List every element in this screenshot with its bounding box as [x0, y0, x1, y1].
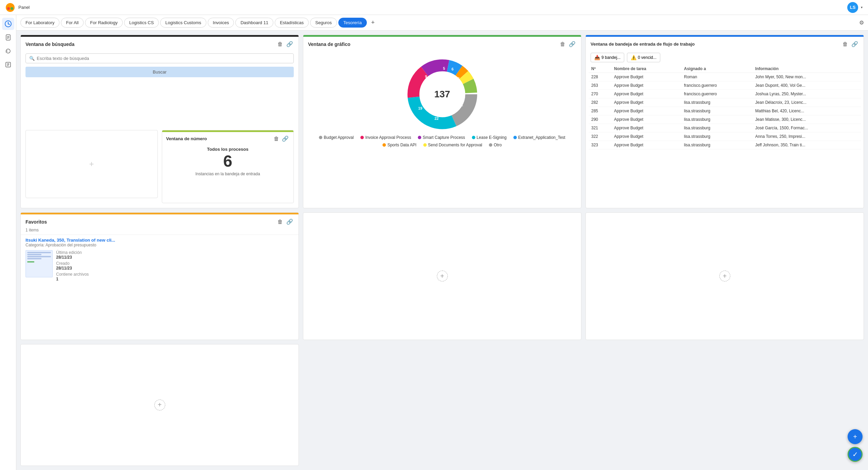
tab-for-laboratory[interactable]: For Laboratory [20, 18, 59, 28]
table-row[interactable]: 228 Approve Budget Roman John Myer, 500,… [589, 73, 861, 81]
table-row[interactable]: 270 Approve Budget francisco.guerrero Jo… [589, 90, 861, 98]
cell-info: Jeff Johnson, 350, Train ti... [752, 141, 861, 149]
number-widget-link-button[interactable]: 🔗 [281, 135, 289, 143]
inbox-filter-expired-label: 0 vencid... [638, 55, 657, 60]
add-widget-4-button[interactable]: + [154, 400, 165, 410]
svg-line-5 [8, 24, 10, 25]
favorites-widget-link-button[interactable]: 🔗 [286, 218, 294, 226]
inbox-filter-expired-button[interactable]: ⚠️ 0 vencid... [627, 53, 660, 62]
legend-label-smart: Smart Capture Process [423, 135, 465, 140]
fav-last-edit: Última edición 28/11/23 [56, 250, 89, 260]
legend-item-invoice: Invoice Approval Process [360, 135, 411, 140]
legend-item-otro: Otro [489, 143, 501, 147]
cell-num: 285 [589, 107, 611, 115]
legend-item-extranet: Extranet_Application_Test [513, 135, 565, 140]
col-info: Información [752, 65, 861, 73]
search-widget-link-button[interactable]: 🔗 [286, 40, 294, 48]
inbox-table-container: Nº Nombre de tarea Asignado a Informació… [586, 65, 864, 152]
inbox-filter-inbox-label: 9 bandej... [601, 55, 620, 60]
table-row[interactable]: 282 Approve Budget lisa.strassburg Jean … [589, 98, 861, 107]
legend-label-sports: Sports Data API [387, 143, 416, 147]
table-row[interactable]: 322 Approve Budget lisa.strassburg Anna … [589, 132, 861, 141]
fab-container: + ✓ [848, 429, 863, 462]
graph-widget-delete-button[interactable]: 🗑 [559, 40, 566, 48]
favorites-widget-title: Favoritos [25, 219, 47, 225]
legend-label-otro: Otro [494, 143, 501, 147]
cell-task: Approve Budget [611, 124, 681, 132]
tab-invoices[interactable]: Invoices [208, 18, 234, 28]
cell-task: Approve Budget [611, 81, 681, 90]
search-widget-delete-button[interactable]: 🗑 [277, 40, 284, 48]
search-button[interactable]: Buscar [25, 67, 294, 77]
sidebar-item-tasks[interactable] [2, 59, 14, 71]
tab-tesoreria[interactable]: Tesorería [338, 18, 367, 28]
search-input[interactable] [37, 56, 290, 61]
chevron-down-icon[interactable]: ▾ [861, 5, 863, 9]
inbox-icon: 📥 [594, 55, 600, 60]
settings-icon[interactable]: ⚙ [859, 19, 864, 26]
legend-label-send-docs: Send Documents for Approval [428, 143, 482, 147]
cell-info: John Myer, 500, New mon... [752, 73, 861, 81]
tab-logistics-customs[interactable]: Logistics Customs [160, 18, 206, 28]
cell-info: Joshua Lyras, 250, Myster... [752, 90, 861, 98]
graph-widget-link-button[interactable]: 🔗 [568, 40, 576, 48]
table-row[interactable]: 321 Approve Budget lisa.strassburg José … [589, 124, 861, 132]
tab-logistics-cs[interactable]: Logistics CS [124, 18, 159, 28]
svg-point-2 [11, 7, 13, 10]
tab-estadisticas[interactable]: Estadísticas [275, 18, 309, 28]
svg-text:26: 26 [455, 77, 459, 81]
favorites-widget: Favoritos 🗑 🔗 1 items Itsuki Kaneda, 350… [20, 212, 299, 340]
cell-task: Approve Budget [611, 107, 681, 115]
fav-item-title[interactable]: Itsuki Kaneda, 350, Translation of new c… [25, 238, 294, 243]
tab-dashboard-11[interactable]: Dashboard 11 [235, 18, 273, 28]
placeholder-box[interactable]: + [25, 130, 158, 198]
search-sub-area: + Ventana de número 🗑 🔗 Todos los [21, 130, 299, 208]
fab-check-button[interactable]: ✓ [848, 447, 863, 462]
fav-created-label: Creado [56, 261, 69, 266]
empty-widget-4: + [20, 344, 299, 466]
add-widget-2-button[interactable]: + [437, 271, 448, 281]
content-grid: Ventana de búsqueda 🗑 🔗 🔍 Buscar [16, 31, 868, 470]
add-tab-button[interactable]: + [368, 18, 378, 28]
inbox-widget-actions: 🗑 🔗 [842, 40, 859, 48]
sidebar-item-documents[interactable] [2, 31, 14, 44]
tab-for-radiology[interactable]: For Radiology [85, 18, 123, 28]
table-row[interactable]: 263 Approve Budget francisco.guerrero Je… [589, 81, 861, 90]
favorites-widget-header: Favoritos 🗑 🔗 [21, 214, 299, 228]
number-widget-delete-button[interactable]: 🗑 [273, 135, 280, 143]
cell-info: Matthias Bel, 420, Licenc... [752, 107, 861, 115]
table-row[interactable]: 323 Approve Budget lisa.strassburg Jeff … [589, 141, 861, 149]
graph-widget: Ventana de gráfico 🗑 🔗 [303, 35, 581, 208]
legend-item-budget: Budget Approval [319, 135, 354, 140]
topbar-right: LS ▾ [847, 2, 863, 13]
table-row[interactable]: 285 Approve Budget lisa.strassburg Matth… [589, 107, 861, 115]
cell-num: 322 [589, 132, 611, 141]
legend-item-sports: Sports Data API [382, 143, 416, 147]
search-widget-header: Ventana de búsqueda 🗑 🔗 [21, 37, 299, 50]
inbox-filter-inbox-button[interactable]: 📥 9 bandej... [591, 53, 624, 62]
sidebar-item-recent[interactable] [2, 18, 14, 30]
search-widget-title: Ventana de búsqueda [25, 42, 74, 47]
fab-add-button[interactable]: + [848, 429, 863, 444]
inbox-widget-delete-button[interactable]: 🗑 [842, 40, 849, 48]
table-row[interactable]: 290 Approve Budget lisa.strassburg Jean … [589, 115, 861, 124]
tab-seguros[interactable]: Seguros [310, 18, 337, 28]
sidebar [0, 15, 16, 470]
cell-info: Jean Matisse, 300, Licenc... [752, 115, 861, 124]
legend-label-lease: Lease E-Signing [477, 135, 507, 140]
add-widget-3-button[interactable]: + [719, 271, 730, 281]
inbox-table: Nº Nombre de tarea Asignado a Informació… [589, 65, 861, 149]
sidebar-item-processes[interactable] [2, 45, 14, 57]
svg-point-0 [6, 3, 15, 12]
cell-info: Jean Dupont, 400, Vol Ge... [752, 81, 861, 90]
cell-info: José García, 1500, Formac... [752, 124, 861, 132]
inbox-widget-link-button[interactable]: 🔗 [851, 40, 859, 48]
favorites-widget-delete-button[interactable]: 🗑 [277, 218, 284, 226]
user-avatar[interactable]: LS [847, 2, 858, 13]
tab-for-all[interactable]: For All [61, 18, 84, 28]
fav-meta: Última edición 28/11/23 Creado 28/11/23 … [56, 250, 89, 283]
fav-last-edit-value: 28/11/23 [56, 255, 72, 260]
clock-icon [5, 20, 12, 27]
graph-widget-title: Ventana de gráfico [308, 42, 350, 47]
panel-title: Panel [18, 5, 30, 10]
